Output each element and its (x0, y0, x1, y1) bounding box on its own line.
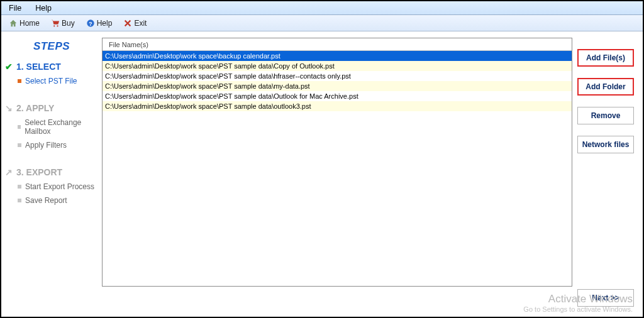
step-1-label: 1. SELECT (16, 62, 61, 72)
file-list: File Name(s) C:\Users\admin\Desktop\work… (102, 38, 572, 287)
steps-sidebar: STEPS ✔ 1. SELECT Select PST File ↘ 2. A… (1, 31, 102, 317)
bullet-icon (18, 125, 21, 129)
toolbar-help-label: Help (97, 19, 113, 28)
step-1-sub-1-label: Select PST File (25, 77, 77, 85)
svg-point-0 (53, 25, 55, 26)
step-3-sub-2-label: Save Report (25, 196, 67, 205)
step-3-label: 3. EXPORT (16, 167, 62, 177)
bullet-icon (18, 199, 21, 202)
close-icon (123, 19, 132, 28)
bullet-icon (18, 79, 21, 83)
svg-point-1 (57, 25, 58, 26)
step-3-sub-1-label: Start Export Process (25, 182, 94, 191)
file-list-row[interactable]: C:\Users\admin\Desktop\work space\PST sa… (103, 61, 572, 71)
file-list-body[interactable]: C:\Users\admin\Desktop\work space\backup… (103, 51, 572, 286)
toolbar-home[interactable]: Home (6, 18, 42, 29)
file-list-header[interactable]: File Name(s) (103, 38, 572, 51)
step-2-sub-2-label: Apply Filters (25, 141, 67, 150)
toolbar-exit-label: Exit (134, 19, 147, 28)
toolbar-exit[interactable]: Exit (121, 18, 149, 29)
step-2-label: 2. APPLY (16, 103, 54, 113)
check-icon: ✔ (5, 62, 13, 72)
step-2[interactable]: ↘ 2. APPLY (5, 103, 98, 113)
right-button-panel: Add File(s) Add Folder Remove Network fi… (577, 31, 643, 317)
toolbar-help[interactable]: ? Help (84, 18, 115, 29)
arrow-icon: ↘ (5, 103, 13, 113)
toolbar: Home Buy ? Help Exit (1, 15, 643, 31)
cart-icon (51, 19, 60, 28)
step-1-sub-1[interactable]: Select PST File (18, 77, 98, 85)
step-1[interactable]: ✔ 1. SELECT (5, 62, 98, 72)
add-files-button[interactable]: Add File(s) (577, 49, 634, 67)
toolbar-buy[interactable]: Buy (48, 18, 77, 29)
step-2-sub-1-label: Select Exchange Mailbox (25, 118, 98, 136)
step-3-sub-1[interactable]: Start Export Process (18, 182, 98, 191)
step-2-sub-2[interactable]: Apply Filters (18, 141, 98, 150)
network-files-button[interactable]: Network files (577, 136, 634, 153)
menu-file[interactable]: File (9, 4, 21, 13)
file-list-row[interactable]: C:\Users\admin\Desktop\work space\PST sa… (103, 81, 572, 91)
file-list-row[interactable]: C:\Users\admin\Desktop\work space\PST sa… (103, 101, 572, 111)
steps-title: STEPS (5, 40, 98, 53)
remove-button[interactable]: Remove (577, 107, 634, 124)
arrow-icon: ↗ (5, 167, 13, 177)
svg-text:?: ? (89, 20, 92, 26)
file-list-row[interactable]: C:\Users\admin\Desktop\work space\PST sa… (103, 71, 572, 81)
help-icon: ? (86, 19, 95, 28)
toolbar-home-label: Home (19, 19, 40, 28)
toolbar-buy-label: Buy (62, 19, 75, 28)
step-2-sub-1[interactable]: Select Exchange Mailbox (18, 118, 98, 136)
bullet-icon (18, 143, 21, 147)
step-3-sub-2[interactable]: Save Report (18, 196, 98, 205)
next-button[interactable]: Next >> (577, 289, 634, 307)
home-icon (9, 19, 18, 28)
menu-help[interactable]: Help (35, 4, 52, 13)
add-folder-button[interactable]: Add Folder (577, 78, 634, 96)
file-list-row[interactable]: C:\Users\admin\Desktop\work space\PST sa… (103, 91, 572, 101)
step-3[interactable]: ↗ 3. EXPORT (5, 167, 98, 177)
bullet-icon (18, 185, 21, 189)
menubar: File Help (1, 1, 643, 15)
file-list-row[interactable]: C:\Users\admin\Desktop\work space\backup… (103, 51, 572, 61)
